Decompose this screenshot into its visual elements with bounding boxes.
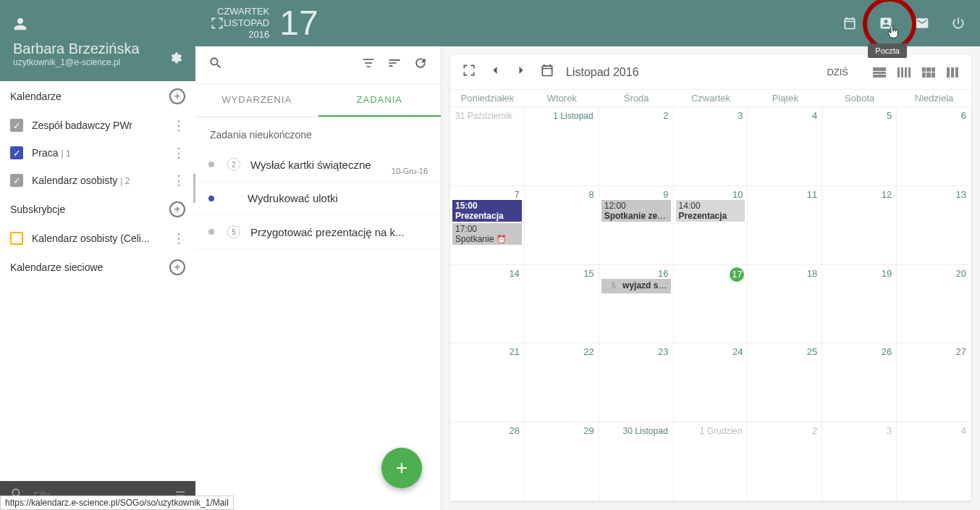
add-subscription-button[interactable]: + [169, 201, 185, 217]
day-cell[interactable]: 15 [525, 265, 599, 344]
task-row[interactable]: Wydrukować ulotki [195, 182, 441, 215]
kebab-icon[interactable]: ⋮ [172, 230, 185, 246]
next-icon[interactable] [514, 63, 528, 81]
view-month-icon[interactable] [922, 67, 935, 78]
task-label: Wydrukować ulotki [248, 192, 428, 204]
calendar-item-team[interactable]: ✓ Zespół badawczy PWr ⋮ [0, 112, 195, 139]
user-email: uzytkownik_1@e-science.pl [13, 57, 182, 67]
day-cell[interactable]: 14 [450, 265, 525, 344]
day-cell[interactable]: 12 [822, 186, 897, 265]
view-day-icon[interactable] [873, 67, 886, 78]
tab-events[interactable]: WYDARZENIA [195, 84, 318, 117]
day-cell[interactable]: 20 [897, 265, 971, 344]
event[interactable]: 12:00Spotkanie zespołu [601, 200, 671, 222]
day-cell[interactable]: 16 5 wyjazd służbowy [599, 265, 674, 344]
day-num: 4 [812, 110, 817, 121]
day-cell[interactable]: 13 [897, 186, 971, 265]
day-num: 13 [956, 189, 966, 200]
weekday: Niedziela [897, 93, 971, 104]
day-cell[interactable]: 1 Listopad [525, 107, 599, 186]
add-calendar-button[interactable]: + [169, 88, 185, 104]
day-cell[interactable]: 23 [599, 343, 674, 422]
checkbox-icon[interactable]: ✓ [10, 174, 23, 187]
day-cell[interactable]: 3 [822, 422, 897, 501]
checkbox-icon[interactable]: ✓ [10, 146, 23, 159]
day-cell[interactable]: 18 [748, 265, 822, 344]
day-cell[interactable]: 27 [897, 343, 971, 422]
day-cell[interactable]: 2 [748, 422, 822, 501]
contacts-icon[interactable] [877, 14, 895, 32]
sidebar: Barbara Brzezińska uzytkownik_1@e-scienc… [0, 0, 195, 510]
view-multi-icon[interactable] [947, 67, 960, 78]
checkbox-icon[interactable] [10, 232, 23, 245]
mail-icon[interactable] [913, 14, 931, 32]
sort-icon[interactable] [387, 56, 402, 74]
calendar-label: Praca [32, 147, 59, 159]
event[interactable]: 15:00Prezentacja [452, 200, 522, 222]
today-button[interactable]: DZIŚ [827, 67, 848, 78]
day-num: 23 [658, 346, 668, 357]
month-grid: 31 Październik 1 Listopad 2 3 4 5 6 7 15… [450, 107, 971, 501]
day-cell[interactable]: 30 Listopad [599, 422, 674, 501]
kebab-icon[interactable]: ⋮ [172, 172, 185, 188]
day-cell[interactable]: 7 15:00Prezentacja 17:00Spotkanie ⏰ [450, 186, 525, 265]
event[interactable]: 17:00Spotkanie ⏰ [452, 223, 522, 245]
day-num: 9 [663, 189, 668, 200]
task-row[interactable]: 2 Wysłać kartki świąteczne [195, 148, 441, 182]
day-cell[interactable]: 9 12:00Spotkanie zespołu [599, 186, 674, 265]
day-cell[interactable]: 28 [450, 422, 525, 501]
day-cell[interactable]: 11 [748, 186, 822, 265]
subscription-item[interactable]: Kalendarz osobisty (Celi... ⋮ [0, 225, 195, 252]
checkbox-icon[interactable]: ✓ [10, 119, 23, 132]
filter-icon[interactable] [361, 56, 376, 74]
event[interactable]: 14:00Prezentacja [676, 200, 745, 222]
power-icon[interactable] [950, 14, 967, 32]
day-num: 8 [588, 189, 594, 200]
day-cell[interactable]: 24 [674, 343, 748, 422]
add-netcal-button[interactable]: + [169, 259, 185, 275]
event-title: wyjazd służbowy [622, 280, 671, 290]
day-cell[interactable]: 8 [525, 186, 599, 265]
calendar-title: Listopad 2016 [566, 66, 639, 79]
kebab-icon[interactable]: ⋮ [172, 145, 185, 161]
kebab-icon[interactable]: ⋮ [172, 117, 185, 133]
day-cell[interactable]: 17 [674, 265, 748, 344]
event-title: Prezentacja [455, 211, 504, 221]
day-label: 30 Listopad [601, 425, 671, 438]
section-netcals: Kalendarze sieciowe + [0, 252, 195, 283]
day-cell[interactable]: 31 Październik [450, 107, 525, 186]
prev-icon[interactable] [488, 63, 502, 81]
day-cell[interactable]: 22 [525, 343, 599, 422]
datepicker-icon[interactable] [540, 63, 554, 81]
day-cell[interactable]: 4 [897, 422, 971, 501]
day-cell[interactable]: 26 [822, 343, 897, 422]
day-cell[interactable]: 2 [599, 107, 674, 186]
event[interactable]: 5 wyjazd służbowy [601, 279, 671, 293]
day-cell[interactable]: 5 [822, 107, 897, 186]
day-cell[interactable]: 21 [450, 343, 525, 422]
task-row[interactable]: 5 Przygotować prezentację na k... [195, 215, 441, 249]
calendar-icon[interactable] [841, 14, 858, 32]
gear-icon[interactable] [168, 51, 182, 69]
event-title: Prezentacja [679, 211, 727, 221]
calendar-item-work[interactable]: ✓ Praca | 1 ⋮ [0, 139, 195, 167]
day-cell[interactable]: 10 14:00Prezentacja [674, 186, 748, 265]
search-icon[interactable] [208, 56, 223, 74]
day-cell[interactable]: 4 [748, 107, 822, 186]
day-cell[interactable]: 29 [525, 422, 599, 501]
day-cell[interactable]: 6 [897, 107, 971, 186]
event-title: Spotkanie [455, 234, 494, 244]
section-label: Subskrybcje [10, 204, 65, 215]
calendar-item-personal[interactable]: ✓ Kalendarz osobisty | 2 ⋮ [0, 167, 195, 194]
tab-tasks[interactable]: ZADANIA [318, 84, 442, 117]
day-cell[interactable]: 3 [674, 107, 748, 186]
event-title: Spotkanie zespołu [604, 211, 671, 221]
expand-icon[interactable] [462, 63, 476, 81]
day-cell[interactable]: 25 [748, 343, 822, 422]
day-cell[interactable]: 19 [822, 265, 897, 344]
refresh-icon[interactable] [413, 56, 428, 74]
day-num: 10 [732, 189, 743, 200]
day-cell[interactable]: 1 Grudzień [674, 422, 748, 501]
add-task-fab[interactable]: + [381, 448, 422, 488]
view-week-icon[interactable] [897, 67, 911, 78]
